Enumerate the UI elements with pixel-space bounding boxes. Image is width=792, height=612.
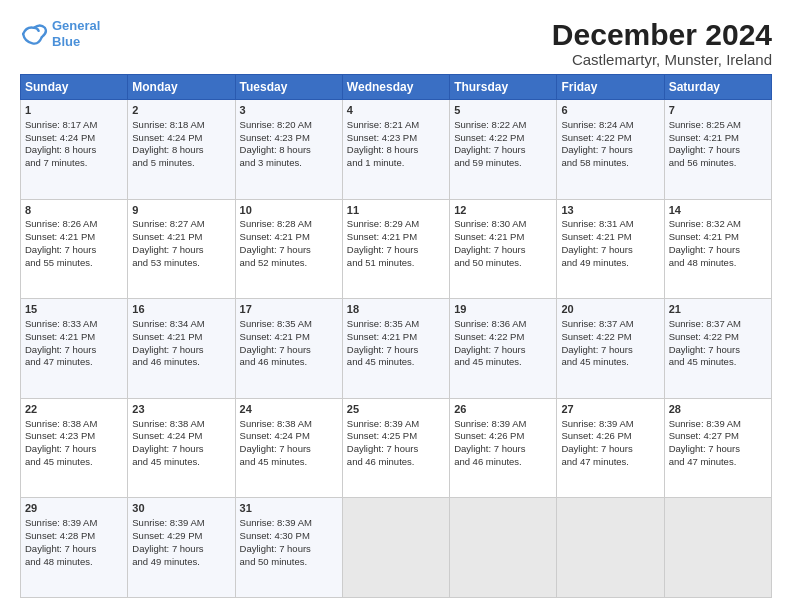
day-cell: 30Sunrise: 8:39 AMSunset: 4:29 PMDayligh… (128, 498, 235, 598)
day-info-line: Sunrise: 8:39 AM (669, 418, 767, 431)
day-info-line: Daylight: 7 hours (240, 443, 338, 456)
day-info-line: Sunrise: 8:39 AM (240, 517, 338, 530)
day-info-line: Daylight: 7 hours (454, 443, 552, 456)
day-info-line: Daylight: 7 hours (669, 244, 767, 257)
day-info-line: Sunset: 4:30 PM (240, 530, 338, 543)
day-cell: 22Sunrise: 8:38 AMSunset: 4:23 PMDayligh… (21, 398, 128, 498)
day-info-line: Sunrise: 8:28 AM (240, 218, 338, 231)
day-info-line: and 49 minutes. (561, 257, 659, 270)
day-number: 9 (132, 203, 230, 218)
day-info-line: and 45 minutes. (669, 356, 767, 369)
day-cell: 4Sunrise: 8:21 AMSunset: 4:23 PMDaylight… (342, 100, 449, 200)
day-cell: 21Sunrise: 8:37 AMSunset: 4:22 PMDayligh… (664, 299, 771, 399)
day-info-line: Sunrise: 8:17 AM (25, 119, 123, 132)
day-info-line: Daylight: 7 hours (561, 443, 659, 456)
day-info-line: Daylight: 7 hours (240, 344, 338, 357)
day-info-line: and 49 minutes. (132, 556, 230, 569)
day-info-line: Sunset: 4:21 PM (25, 231, 123, 244)
day-info-line: Daylight: 7 hours (669, 144, 767, 157)
day-info-line: Sunrise: 8:33 AM (25, 318, 123, 331)
day-info-line: Sunset: 4:21 PM (240, 331, 338, 344)
day-info-line: Sunrise: 8:39 AM (132, 517, 230, 530)
day-number: 19 (454, 302, 552, 317)
day-cell: 13Sunrise: 8:31 AMSunset: 4:21 PMDayligh… (557, 199, 664, 299)
day-info-line: Daylight: 7 hours (25, 443, 123, 456)
day-info-line: Daylight: 7 hours (240, 244, 338, 257)
logo: General Blue (20, 18, 100, 49)
day-info-line: Sunset: 4:23 PM (347, 132, 445, 145)
day-info-line: Sunset: 4:23 PM (25, 430, 123, 443)
day-info-line: Sunrise: 8:26 AM (25, 218, 123, 231)
day-number: 29 (25, 501, 123, 516)
day-info-line: Sunset: 4:21 PM (132, 231, 230, 244)
day-info-line: Sunset: 4:21 PM (669, 231, 767, 244)
day-info-line: Daylight: 8 hours (240, 144, 338, 157)
day-info-line: Sunrise: 8:32 AM (669, 218, 767, 231)
day-info-line: and 53 minutes. (132, 257, 230, 270)
day-number: 28 (669, 402, 767, 417)
day-number: 24 (240, 402, 338, 417)
day-cell: 8Sunrise: 8:26 AMSunset: 4:21 PMDaylight… (21, 199, 128, 299)
day-cell (664, 498, 771, 598)
day-info-line: Sunrise: 8:25 AM (669, 119, 767, 132)
day-info-line: Sunset: 4:27 PM (669, 430, 767, 443)
day-number: 20 (561, 302, 659, 317)
day-info-line: and 45 minutes. (347, 356, 445, 369)
day-cell (342, 498, 449, 598)
day-cell (450, 498, 557, 598)
day-number: 7 (669, 103, 767, 118)
day-info-line: Sunset: 4:21 PM (240, 231, 338, 244)
day-info-line: Daylight: 7 hours (561, 344, 659, 357)
week-row-5: 29Sunrise: 8:39 AMSunset: 4:28 PMDayligh… (21, 498, 772, 598)
day-cell: 17Sunrise: 8:35 AMSunset: 4:21 PMDayligh… (235, 299, 342, 399)
day-info-line: Sunrise: 8:21 AM (347, 119, 445, 132)
day-header-monday: Monday (128, 75, 235, 100)
day-info-line: and 47 minutes. (25, 356, 123, 369)
day-info-line: and 45 minutes. (454, 356, 552, 369)
day-number: 12 (454, 203, 552, 218)
calendar-table: SundayMondayTuesdayWednesdayThursdayFrid… (20, 74, 772, 598)
day-info-line: Sunset: 4:21 PM (25, 331, 123, 344)
day-info-line: and 46 minutes. (240, 356, 338, 369)
day-number: 1 (25, 103, 123, 118)
day-info-line: Sunrise: 8:24 AM (561, 119, 659, 132)
main-title: December 2024 (552, 18, 772, 51)
day-info-line: Sunrise: 8:38 AM (240, 418, 338, 431)
day-info-line: Sunrise: 8:30 AM (454, 218, 552, 231)
day-info-line: Sunset: 4:22 PM (454, 331, 552, 344)
day-info-line: Sunrise: 8:27 AM (132, 218, 230, 231)
week-row-4: 22Sunrise: 8:38 AMSunset: 4:23 PMDayligh… (21, 398, 772, 498)
day-info-line: Sunset: 4:21 PM (454, 231, 552, 244)
day-info-line: and 47 minutes. (561, 456, 659, 469)
day-info-line: Sunrise: 8:35 AM (347, 318, 445, 331)
day-info-line: Sunrise: 8:18 AM (132, 119, 230, 132)
day-info-line: Daylight: 7 hours (454, 244, 552, 257)
day-info-line: and 46 minutes. (347, 456, 445, 469)
day-number: 5 (454, 103, 552, 118)
day-info-line: Sunset: 4:29 PM (132, 530, 230, 543)
day-number: 27 (561, 402, 659, 417)
day-cell: 31Sunrise: 8:39 AMSunset: 4:30 PMDayligh… (235, 498, 342, 598)
day-info-line: Sunset: 4:21 PM (561, 231, 659, 244)
day-info-line: and 5 minutes. (132, 157, 230, 170)
day-info-line: Daylight: 7 hours (454, 344, 552, 357)
day-info-line: Sunset: 4:23 PM (240, 132, 338, 145)
day-info-line: Sunrise: 8:37 AM (561, 318, 659, 331)
day-info-line: Sunset: 4:28 PM (25, 530, 123, 543)
day-info-line: Sunrise: 8:39 AM (25, 517, 123, 530)
title-block: December 2024 Castlemartyr, Munster, Ire… (552, 18, 772, 68)
day-info-line: Sunrise: 8:29 AM (347, 218, 445, 231)
day-number: 6 (561, 103, 659, 118)
day-info-line: Sunrise: 8:39 AM (561, 418, 659, 431)
day-info-line: Daylight: 8 hours (25, 144, 123, 157)
day-cell: 11Sunrise: 8:29 AMSunset: 4:21 PMDayligh… (342, 199, 449, 299)
day-number: 21 (669, 302, 767, 317)
day-cell: 28Sunrise: 8:39 AMSunset: 4:27 PMDayligh… (664, 398, 771, 498)
day-info-line: Sunset: 4:21 PM (132, 331, 230, 344)
day-number: 16 (132, 302, 230, 317)
day-number: 11 (347, 203, 445, 218)
day-cell: 7Sunrise: 8:25 AMSunset: 4:21 PMDaylight… (664, 100, 771, 200)
day-number: 26 (454, 402, 552, 417)
day-info-line: Sunset: 4:21 PM (669, 132, 767, 145)
day-info-line: Daylight: 8 hours (132, 144, 230, 157)
